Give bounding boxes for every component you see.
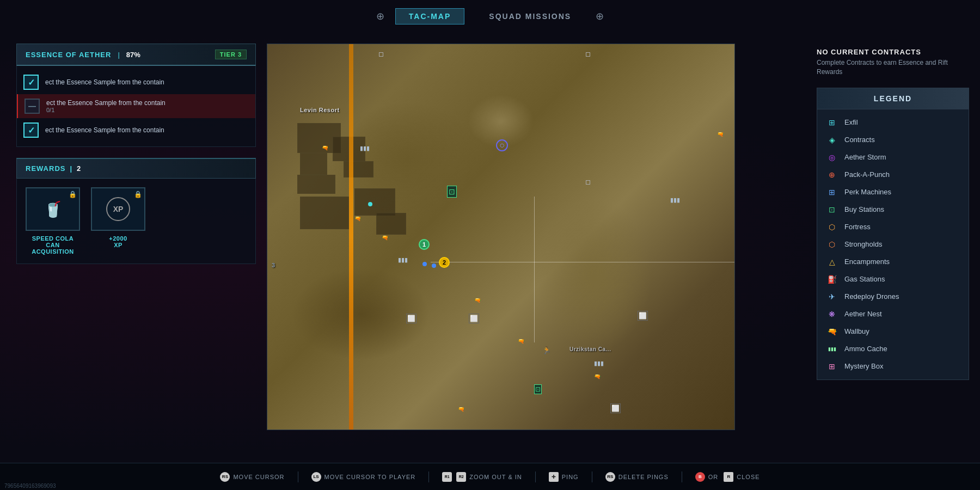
hud-zoom-label: ZOOM OUT & IN [469,474,522,480]
gun-icon-2: 🔫 [382,235,388,241]
map-container[interactable]: Levin Resort Urzikstan Ca... 3 🔫 🔫 🔫 🔫 🔫… [267,44,735,430]
perk-icon: ⊞ [826,186,838,198]
encampment-label: Encampments [844,258,890,266]
tab-tac-map[interactable]: TAC-MAP [395,8,465,24]
urzikstan-label: Urzikstan Ca... [569,346,611,352]
square-icon-6: ⬜ [638,311,648,321]
speed-cola-label: SPEED COLA CANACQUISITION [26,235,80,255]
lock-icon-2: 🔒 [134,191,142,198]
buy-icon: ⊡ [826,204,838,216]
redeploy-label: Redeploy Drones [844,292,899,301]
gun-icon-8: 🔫 [458,406,464,412]
bottom-hud: RS MOVE CURSOR LS MOVE CURSOR TO PLAYER … [0,463,980,490]
rs-button-delete: RS [605,472,615,482]
legend-item-perk: ⊞ Perk Machines [824,183,962,201]
aether-storm-icon: ◎ [826,151,838,163]
reward-box-xp: 🔒 XP [91,187,145,231]
map-terrain [267,44,734,430]
legend-item-exfil: ⊞ Exfil [824,114,962,131]
running-icon: 🏃 [542,346,551,354]
hud-sep-3 [535,471,536,482]
legend-item-redeploy: ✈ Redeploy Drones [824,288,962,305]
missions-list: ✓ ect the Essence Sample from the contai… [16,66,256,147]
perk-label: Perk Machines [844,188,891,196]
hud-ping-label: PING [562,474,579,480]
essence-separator: | [118,51,119,59]
redeploy-icon: ✈ [826,291,838,303]
circle-icon-1: ○ [496,139,508,151]
mission-item-3: ✓ ect the Essence Sample from the contai… [17,118,255,142]
building-6 [300,197,349,229]
rewards-separator: | [70,164,72,173]
reward-box-speed-cola: 🔒 🥤 [26,187,80,231]
square-icon-5: ⬜ [610,403,621,413]
gas-icon: ⛽ [826,273,838,285]
rewards-label: REWARDS [26,164,65,173]
hud-delete-label: DELETE PINGS [618,474,669,480]
nav-icon-left: ⊕ [376,10,384,22]
gun-icon-5: 🔫 [594,373,601,379]
b-button: B [695,472,705,482]
square-icon-4: ⊡ [534,384,542,394]
legend-item-mystery: ⊞ Mystery Box [824,358,962,375]
legend-box: LEGEND ⊞ Exfil ◈ Contracts ◎ Aether Stor… [817,88,969,380]
contracts-header: NO CURRENT CONTRACTS Complete Contracts … [817,44,969,79]
mission-checkbox-2: — [24,99,40,114]
mission-text-1: ect the Essence Sample from the contain [45,78,164,86]
hud-sep-5 [682,471,682,482]
num-marker-2: 2 [439,257,450,268]
no-contracts-desc: Complete Contracts to earn Essence and R… [817,58,969,77]
aether-nest-label: Aether Nest [844,310,882,318]
tier-badge: TIER 3 [215,50,247,59]
gun-icon-4: 🔫 [518,338,524,344]
gun-icon-1: 🔫 [354,216,361,222]
mission-checkbox-1: ✓ [23,75,39,90]
rewards-header: REWARDS | 2 [16,158,256,179]
hud-sep-2 [428,471,429,482]
left-panel: ESSENCE OF AETHER | 87% TIER 3 ✓ ect the… [16,44,256,264]
gun-icon-7: 🔫 [322,145,328,151]
hud-move-cursor-label: MOVE CURSOR [233,474,284,480]
r2-button: R2 [456,472,466,482]
mystery-icon: ⊞ [826,360,838,372]
legend-item-aether-storm: ◎ Aether Storm [824,149,962,166]
mission-item-1: ✓ ect the Essence Sample from the contai… [17,70,255,94]
legend-item-encampment: △ Encampments [824,253,962,271]
ammo-icon: ▮▮▮ [826,343,838,355]
bar-icon-1: ▮▮▮ [360,145,370,152]
encampment-icon: △ [826,256,838,268]
mystery-label: Mystery Box [844,362,884,370]
hud-sep-4 [592,471,592,482]
storm-line [349,44,353,430]
pack-punch-label: Pack-A-Punch [844,170,890,179]
levin-resort-label: Levin Resort [300,107,340,113]
legend-item-stronghold: ⬡ Strongholds [824,236,962,253]
dpad-button: ✛ [549,472,559,482]
hud-zoom: R1 R2 ZOOM OUT & IN [442,472,522,482]
mission-text-3: ect the Essence Sample from the contain [45,126,164,134]
legend-title-bar: LEGEND [817,88,969,109]
legend-item-gas: ⛽ Gas Stations [824,271,962,288]
hud-move-player-label: MOVE CURSOR TO PLAYER [324,474,416,480]
corner-marker-2 [586,52,590,57]
map-background: Levin Resort Urzikstan Ca... 3 🔫 🔫 🔫 🔫 🔫… [267,44,734,430]
building-8 [376,213,406,235]
tab-squad-missions[interactable]: SQUAD MISSIONS [475,8,585,24]
dot-blue-2 [432,264,436,268]
mission-checkbox-3: ✓ [23,122,39,138]
top-navigation: ⊕ TAC-MAP SQUAD MISSIONS ⊕ [0,0,980,33]
seed-text: 79656409163969093 [4,483,56,489]
legend-item-ammo: ▮▮▮ Ammo Cache [824,340,962,358]
square-icon-2: ⬜ [406,314,416,323]
aether-storm-label: Aether Storm [844,153,886,161]
gun-icon-3: 🔫 [474,297,481,303]
ammo-label: Ammo Cache [844,345,887,353]
crosshair-vertical [534,197,535,342]
contracts-icon: ◈ [826,134,838,146]
legend-item-wallbuy: 🔫 Wallbuy [824,323,962,340]
wallbuy-label: Wallbuy [844,327,869,335]
bar-icon-3: ▮▮▮ [594,360,604,367]
legend-item-fortress: ⬡ Fortress [824,218,962,236]
gas-label: Gas Stations [844,275,885,283]
hud-close-label: CLOSE [737,474,759,480]
